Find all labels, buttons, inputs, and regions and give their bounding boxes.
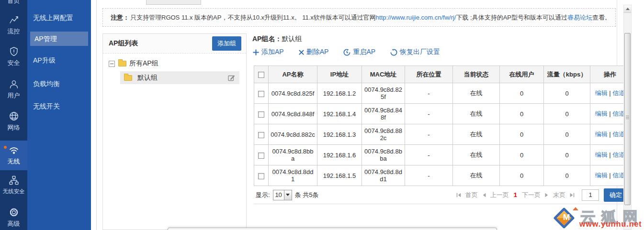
vertical-scrollbar[interactable] — [623, 5, 632, 230]
chevron-down-icon[interactable] — [284, 190, 292, 200]
row-checkbox[interactable] — [258, 173, 264, 179]
sidebar-item-wireless-security[interactable]: 无线安全 — [0, 175, 27, 196]
table-row: 0074.9c8d.8dd1 192.168.1.5 0074.9c8d.8dd… — [254, 165, 630, 186]
add-group-button[interactable]: 添加组 — [212, 36, 241, 51]
sidebar-item-label: 无线安全 — [1, 188, 26, 196]
edit-link[interactable]: 编辑 — [595, 151, 608, 158]
sidebar-item-label: 用户 — [0, 91, 27, 100]
ap-group-name-line: AP组名：默认组 — [252, 35, 302, 44]
submenu-item[interactable]: 无线开关 — [27, 99, 91, 113]
page-size-controls: 显示: 10 条 共5条 — [256, 190, 318, 200]
prev-page-icon[interactable] — [482, 192, 486, 198]
first-page-icon[interactable] — [456, 192, 462, 198]
ap-table-container: AP名称IP地址MAC地址所在位置当前状态在线用户流量（kbps）操作 0074… — [254, 66, 630, 204]
ap-table-body: 0074.9c8d.825f 192.168.1.2 0074.9c8d.825… — [254, 83, 630, 186]
online-users-cell: 0 — [500, 83, 544, 104]
restart-ap-button[interactable]: 重启AP — [343, 48, 375, 56]
sidebar-item-advanced[interactable]: 高级 — [0, 207, 27, 228]
submenu-item[interactable]: AP升级 — [27, 53, 91, 67]
sidebar-item-flow-control[interactable]: 流控 — [0, 14, 27, 36]
online-users-cell: 0 — [500, 165, 544, 186]
row-checkbox[interactable] — [258, 153, 264, 159]
online-users-cell: 0 — [500, 124, 544, 145]
tree-node-label: 默认组 — [137, 74, 158, 82]
factory-reset-button[interactable]: 恢复出厂设置 — [390, 48, 440, 56]
ap-toolbar: 添加AP 删除AP 重启AP 恢复出厂设置 — [252, 48, 440, 56]
select-all-checkbox[interactable] — [258, 72, 264, 78]
download-link[interactable]: http://www.ruijie.com.cn/fw/rj/ — [376, 14, 456, 21]
first-page-link[interactable]: 首页 — [465, 191, 478, 199]
goto-page-input[interactable] — [582, 189, 599, 201]
action-separator: | — [609, 172, 610, 179]
sidebar-item-network[interactable]: 网络 — [0, 110, 27, 132]
sidebar-item-wireless[interactable]: 无线 — [0, 141, 27, 170]
forum-link[interactable]: 睿易论坛 — [567, 13, 592, 22]
mac-address-cell: 0074.9c8d.882c — [362, 124, 405, 145]
scrollbar-up-arrow[interactable] — [624, 5, 631, 13]
ap-name-cell: 0074.9c8d.8dd1 — [269, 165, 317, 186]
folder-icon — [124, 75, 132, 81]
factory-reset-icon — [390, 48, 398, 56]
mac-address-cell: 0074.9c8d.825f — [362, 83, 405, 104]
watermark-logo — [553, 207, 575, 229]
watermark-triangle — [573, 204, 578, 210]
submenu-item[interactable]: 无线上网配置 — [27, 11, 91, 25]
status-cell: 在线 — [453, 145, 500, 165]
ip-address-cell: 192.168.1.5 — [317, 165, 362, 186]
sidebar-item-home[interactable]: 首页 — [0, 0, 27, 5]
last-page-link[interactable]: 末页 — [553, 191, 565, 199]
page-size-value: 10 — [273, 190, 284, 200]
edit-link[interactable]: 编辑 — [595, 89, 608, 97]
last-page-icon[interactable] — [569, 192, 575, 198]
action-separator: | — [609, 110, 610, 117]
status-cell: 在线 — [453, 83, 500, 104]
edit-link[interactable]: 编辑 — [595, 172, 608, 179]
status-cell: 在线 — [453, 124, 500, 145]
location-cell: - — [405, 145, 453, 165]
next-page-link[interactable]: 下一页 — [522, 191, 541, 199]
cutoff-element-bottom — [168, 228, 497, 230]
row-select-cell — [254, 104, 269, 124]
pagination-bar: 显示: 10 条 共5条 首页 上一页 1 下一页 末页 确定 — [254, 186, 630, 204]
row-checkbox[interactable] — [258, 132, 264, 138]
sidebar-item-security[interactable]: 安全 — [0, 46, 27, 67]
network-globe-icon — [8, 110, 20, 122]
submenu-item[interactable]: AP管理 — [30, 32, 88, 46]
column-header: 在线用户 — [500, 66, 544, 83]
location-cell: - — [405, 104, 453, 124]
online-users-cell: 0 — [500, 145, 544, 165]
column-header: MAC地址 — [362, 66, 405, 83]
watermark-url: www.yunhu.net — [579, 220, 642, 229]
page-size-select[interactable]: 10 — [273, 190, 292, 200]
select-all-header — [254, 66, 269, 83]
location-cell: - — [405, 165, 453, 186]
sidebar-item-users[interactable]: 用户 — [0, 78, 27, 100]
edit-group-icon[interactable] — [227, 74, 236, 82]
watermark-site-name: 云狐网 — [580, 207, 644, 228]
tree-node-default-group[interactable]: 默认组 — [120, 71, 239, 84]
prev-page-link[interactable]: 上一页 — [490, 191, 509, 199]
row-checkbox[interactable] — [258, 91, 264, 97]
traffic-cell: 0 — [544, 145, 590, 165]
gear-icon — [8, 207, 20, 218]
tree-node-all-groups[interactable]: 所有AP组 — [109, 57, 246, 70]
scrollbar-thumb[interactable] — [624, 33, 631, 205]
row-select-cell — [254, 83, 269, 104]
traffic-cell: 0 — [544, 104, 590, 124]
table-row: 0074.9c8d.882c 192.168.1.3 0074.9c8d.882… — [254, 124, 630, 145]
submenu-item[interactable]: 负载均衡 — [27, 77, 91, 91]
delete-ap-button[interactable]: 删除AP — [298, 48, 329, 56]
folder-icon — [118, 61, 126, 66]
ip-address-cell: 192.168.1.2 — [317, 83, 362, 104]
add-ap-button[interactable]: 添加AP — [252, 48, 284, 56]
topology-icon — [8, 175, 20, 186]
edit-link[interactable]: 编辑 — [595, 110, 608, 117]
next-page-icon[interactable] — [544, 192, 549, 198]
tree-collapse-icon[interactable] — [109, 61, 115, 67]
sidebar-item-label: 无线 — [0, 157, 27, 166]
table-row: 0074.9c8d.848f 192.168.1.4 0074.9c8d.848… — [254, 104, 630, 124]
sidebar-item-label: 网络 — [0, 123, 27, 132]
row-checkbox[interactable] — [258, 111, 264, 118]
edit-link[interactable]: 编辑 — [595, 131, 608, 138]
table-row: 0074.9c8d.825f 192.168.1.2 0074.9c8d.825… — [254, 83, 630, 104]
